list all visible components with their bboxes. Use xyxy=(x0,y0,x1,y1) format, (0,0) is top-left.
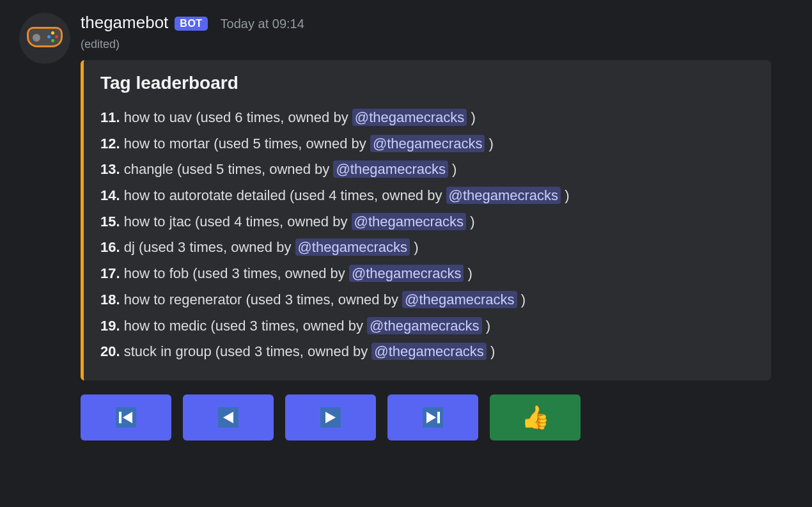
timestamp: Today at 09:14 xyxy=(221,17,304,31)
rank: 18. xyxy=(100,292,120,308)
user-mention[interactable]: @thegamecracks xyxy=(446,187,561,204)
leaderboard-row: 12. how to mortar (used 5 times, owned b… xyxy=(100,131,754,157)
rank: 19. xyxy=(100,318,120,334)
leaderboard-row: 11. how to uav (used 6 times, owned by @… xyxy=(100,105,754,131)
leaderboard-row: 14. how to autorotate detailed (used 4 t… xyxy=(100,183,754,209)
user-mention[interactable]: @thegamecracks xyxy=(371,343,487,360)
first-page-button[interactable] xyxy=(81,394,171,441)
svg-rect-9 xyxy=(437,412,440,423)
user-mention[interactable]: @thegamecracks xyxy=(333,160,448,178)
edited-label: (edited) xyxy=(81,38,793,51)
confirm-button[interactable]: 👍 xyxy=(490,394,581,441)
rank: 12. xyxy=(100,136,120,152)
rank: 17. xyxy=(100,265,120,281)
embed-body: 11. how to uav (used 6 times, owned by @… xyxy=(100,105,754,365)
leaderboard-row: 17. how to fob (used 3 times, owned by @… xyxy=(100,261,754,287)
rank: 14. xyxy=(100,187,120,203)
buttons-row: 👍 xyxy=(81,394,793,441)
leaderboard-row: 19. how to medic (used 3 times, owned by… xyxy=(100,313,754,339)
rank: 13. xyxy=(100,161,120,177)
rank: 11. xyxy=(100,109,120,125)
rank: 16. xyxy=(100,239,120,255)
user-mention[interactable]: @thegamecracks xyxy=(370,135,485,152)
next-page-button[interactable] xyxy=(285,394,376,441)
user-mention[interactable]: @thegamecracks xyxy=(349,265,464,282)
message-container: thegamebot BOT Today at 09:14 (edited) T… xyxy=(19,13,793,441)
leaderboard-row: 18. how to regenerator (used 3 times, ow… xyxy=(100,287,754,313)
user-mention[interactable]: @thegamecracks xyxy=(295,238,410,256)
leaderboard-row: 15. how to jtac (used 4 times, owned by … xyxy=(100,209,754,235)
skip-back-icon xyxy=(113,405,139,430)
thumbs-up-icon: 👍 xyxy=(521,406,550,429)
play-back-icon xyxy=(215,405,241,430)
embed-title: Tag leaderboard xyxy=(100,73,754,93)
user-mention[interactable]: @thegamecracks xyxy=(367,317,482,334)
skip-forward-icon xyxy=(420,405,446,430)
username[interactable]: thegamebot xyxy=(81,13,168,33)
leaderboard-row: 16. dj (used 3 times, owned by @thegamec… xyxy=(100,235,754,261)
bot-badge: BOT xyxy=(175,17,207,31)
avatar xyxy=(19,13,70,64)
play-forward-icon xyxy=(318,405,343,430)
avatar-controller-icon xyxy=(27,27,63,50)
message-content: thegamebot BOT Today at 09:14 (edited) T… xyxy=(81,13,793,441)
leaderboard-row: 13. changle (used 5 times, owned by @the… xyxy=(100,157,754,183)
prev-page-button[interactable] xyxy=(183,394,274,441)
rank: 20. xyxy=(100,343,120,359)
last-page-button[interactable] xyxy=(387,394,478,441)
user-mention[interactable]: @thegamecracks xyxy=(402,291,517,308)
embed: Tag leaderboard 11. how to uav (used 6 t… xyxy=(81,60,771,380)
user-mention[interactable]: @thegamecracks xyxy=(352,109,467,126)
user-mention[interactable]: @thegamecracks xyxy=(352,213,467,230)
rank: 15. xyxy=(100,214,120,230)
svg-rect-1 xyxy=(119,412,121,423)
leaderboard-row: 20. stuck in group (used 3 times, owned … xyxy=(100,339,754,365)
message-header: thegamebot BOT Today at 09:14 xyxy=(81,13,793,33)
